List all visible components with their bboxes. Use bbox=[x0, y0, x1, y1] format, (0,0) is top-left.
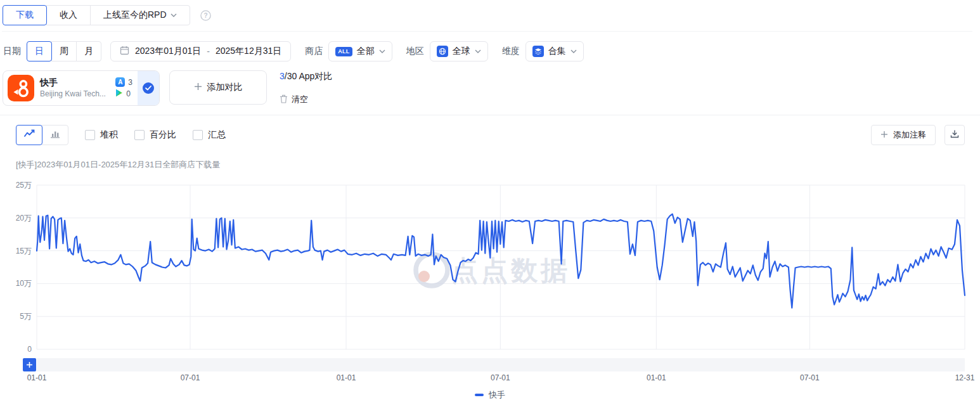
granularity-day-label: 日 bbox=[35, 46, 44, 57]
app-name: 快手 bbox=[40, 78, 113, 87]
checkbox-summary-label: 汇总 bbox=[208, 129, 226, 141]
app-store-counts: A3 0 bbox=[115, 77, 132, 99]
dimension-select[interactable]: 合集 bbox=[525, 41, 584, 61]
tab-revenue[interactable]: 收入 bbox=[46, 5, 91, 25]
checkbox-stacked[interactable]: 堆积 bbox=[85, 129, 118, 141]
store-label: 商店 bbox=[305, 46, 323, 57]
y-axis-tick-label: 0 bbox=[27, 345, 32, 354]
compare-count-suffix: /30 App对比 bbox=[285, 71, 333, 81]
help-icon[interactable]: ? bbox=[200, 10, 211, 21]
dimension-value: 合集 bbox=[548, 46, 566, 57]
plus-icon bbox=[880, 131, 888, 140]
chart-zoom-plus-button[interactable] bbox=[23, 358, 36, 371]
x-axis-tick-label: 01-01 bbox=[647, 373, 666, 382]
tab-revenue-label: 收入 bbox=[60, 10, 77, 21]
download-chart-button[interactable] bbox=[945, 125, 965, 145]
clear-compare-button[interactable]: 清空 bbox=[280, 94, 332, 105]
compare-count: 3/30 App对比 bbox=[280, 71, 332, 82]
add-annotation-label: 添加注释 bbox=[893, 129, 926, 141]
chart-option-checkboxes: 堆积 百分比 汇总 bbox=[85, 129, 226, 141]
store-select[interactable]: ALL 全部 bbox=[328, 41, 392, 61]
appstore-icon: A bbox=[115, 77, 125, 87]
y-axis-tick-label: 20万 bbox=[16, 214, 32, 222]
date-end: 2025年12月31日 bbox=[216, 46, 281, 57]
chart-zoom-track[interactable] bbox=[37, 358, 965, 371]
checkbox-stacked-label: 堆积 bbox=[100, 129, 118, 141]
y-axis-tick-label: 5万 bbox=[20, 312, 32, 321]
checkbox-icon bbox=[134, 130, 145, 140]
legend-series-label: 快手 bbox=[489, 389, 505, 401]
chevron-down-icon bbox=[379, 49, 385, 53]
x-axis-tick-label: 01-01 bbox=[27, 373, 47, 382]
checkbox-percent-label: 百分比 bbox=[150, 129, 176, 141]
app-selected-strip[interactable] bbox=[138, 71, 159, 105]
gplay-count: 0 bbox=[126, 89, 131, 98]
bar-chart-toggle[interactable] bbox=[42, 125, 68, 145]
granularity-week[interactable]: 周 bbox=[51, 41, 77, 61]
x-axis-tick-label: 07-01 bbox=[491, 373, 510, 382]
region-label: 地区 bbox=[406, 46, 424, 57]
checkbox-percent[interactable]: 百分比 bbox=[134, 129, 176, 141]
date-range-picker[interactable]: 2023年01月01日 - 2025年12月31日 bbox=[110, 41, 291, 61]
add-compare-button[interactable]: 添加对比 bbox=[169, 70, 267, 105]
tab-download-label: 下载 bbox=[16, 10, 34, 21]
compare-info: 3/30 App对比 清空 bbox=[280, 70, 332, 106]
download-icon bbox=[950, 129, 959, 141]
plus-icon bbox=[194, 82, 202, 93]
date-start: 2023年01月01日 bbox=[135, 46, 201, 57]
app-card-kuaishou[interactable]: 快手 Beijing Kwai Tech... A3 0 bbox=[3, 70, 160, 106]
chart-card: 堆积 百分比 汇总 添加注释 [快手]2023年01月01日-2025年12月3… bbox=[0, 115, 980, 401]
chart-toolbar: 堆积 百分比 汇总 添加注释 bbox=[16, 125, 965, 145]
y-axis-tick-label: 15万 bbox=[16, 247, 32, 255]
bar-chart-icon bbox=[50, 129, 60, 141]
x-axis-tick-label: 07-01 bbox=[800, 373, 820, 382]
dimension-label: 维度 bbox=[502, 46, 520, 57]
date-separator: - bbox=[207, 46, 210, 56]
metric-tabs-row: 下载 收入 上线至今的RPD ? bbox=[2, 5, 972, 32]
granularity-month-label: 月 bbox=[84, 46, 93, 57]
download-chart: 25万20万15万10万5万001-0107-0101-0107-0101-01… bbox=[0, 177, 980, 387]
app-compare-row: 快手 Beijing Kwai Tech... A3 0 添加对比 3/30 A… bbox=[2, 70, 972, 106]
svg-text:?: ? bbox=[203, 12, 207, 19]
watermark-logo-icon bbox=[416, 254, 448, 286]
chart-canvas: 25万20万15万10万5万001-0107-0101-0107-0101-01… bbox=[0, 177, 980, 387]
granularity-day[interactable]: 日 bbox=[27, 41, 52, 61]
tab-download[interactable]: 下载 bbox=[3, 5, 47, 25]
chart-title: [快手]2023年01月01日-2025年12月31日全部商店下载量 bbox=[16, 159, 980, 171]
page-header: 下载 收入 上线至今的RPD ? 日期 日 周 月 2023年01月01日 - … bbox=[0, 0, 980, 106]
add-compare-label: 添加对比 bbox=[207, 82, 243, 93]
clear-label: 清空 bbox=[292, 94, 308, 105]
x-axis-tick-label: 12-31 bbox=[955, 373, 975, 382]
date-label: 日期 bbox=[3, 46, 21, 57]
x-axis-labels: 01-0107-0101-0107-0101-0107-0112-31 bbox=[27, 373, 975, 382]
watermark-logo-dot bbox=[418, 271, 430, 282]
checkbox-icon bbox=[85, 130, 95, 140]
calendar-icon bbox=[120, 46, 129, 57]
trash-icon bbox=[280, 94, 288, 105]
chevron-down-icon bbox=[171, 13, 177, 17]
y-axis-tick-label: 10万 bbox=[16, 279, 32, 288]
store-value: 全部 bbox=[357, 46, 375, 57]
filters-row: 日期 日 周 月 2023年01月01日 - 2025年12月31日 商店 AL… bbox=[2, 41, 972, 61]
checkbox-summary[interactable]: 汇总 bbox=[193, 129, 226, 141]
kuaishou-app-icon bbox=[8, 75, 34, 101]
compare-count-current: 3 bbox=[280, 71, 285, 81]
region-select[interactable]: 全球 bbox=[430, 41, 488, 61]
region-value: 全球 bbox=[453, 46, 470, 57]
store-all-badge: ALL bbox=[335, 47, 352, 56]
chart-legend[interactable]: 快手 bbox=[0, 389, 980, 401]
line-chart-icon bbox=[23, 129, 35, 141]
plus-icon bbox=[26, 361, 33, 368]
granularity-week-label: 周 bbox=[60, 46, 68, 57]
y-axis-labels: 25万20万15万10万5万0 bbox=[16, 181, 32, 354]
line-chart-toggle[interactable] bbox=[16, 125, 42, 145]
app-company: Beijing Kwai Tech... bbox=[40, 89, 107, 98]
x-axis-tick-label: 07-01 bbox=[181, 373, 200, 382]
tab-rpd-label: 上线至今的RPD bbox=[103, 10, 167, 21]
add-annotation-button[interactable]: 添加注释 bbox=[871, 125, 936, 145]
app-meta: 快手 Beijing Kwai Tech... bbox=[40, 78, 113, 98]
tab-rpd[interactable]: 上线至今的RPD bbox=[90, 5, 190, 25]
granularity-group: 日 周 月 bbox=[27, 41, 101, 61]
granularity-month[interactable]: 月 bbox=[76, 41, 101, 61]
chart-type-toggle bbox=[16, 125, 68, 145]
